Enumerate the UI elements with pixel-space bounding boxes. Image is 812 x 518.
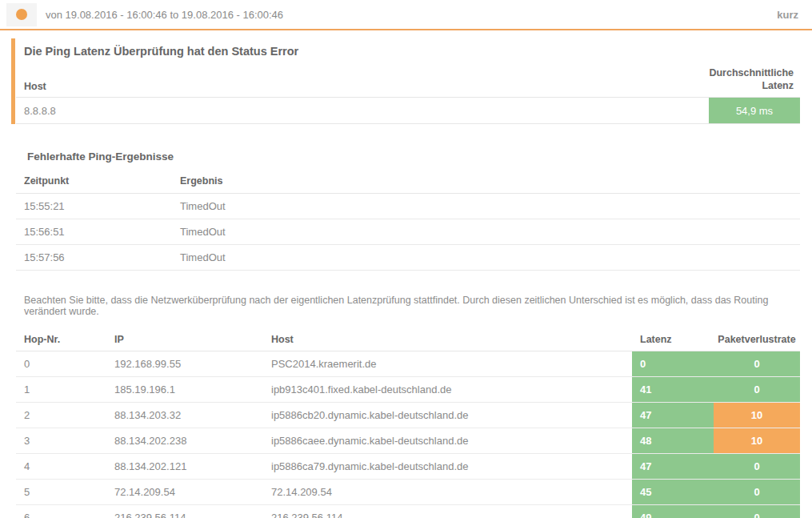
- traceroute-row: 6 216.239.56.114 216.239.56.114 49 0: [16, 505, 800, 518]
- packet-loss-cell: 0: [714, 505, 800, 518]
- ping-status-heading: Die Ping Latenz Überprüfung hat den Stat…: [16, 38, 800, 58]
- column-header-latency: Latenz: [632, 334, 714, 345]
- hop-host: ip5886ca79.dynamic.kabel-deutschland.de: [271, 454, 632, 479]
- traceroute-row: 5 72.14.209.54 72.14.209.54 45 0: [16, 480, 800, 505]
- hop-ip: 88.134.202.121: [114, 454, 271, 479]
- failed-ping-row: 15:57:56 TimedOut: [16, 245, 800, 271]
- ping-time: 15:57:56: [16, 251, 180, 263]
- latency-cell: 45: [632, 480, 714, 504]
- latency-cell: 41: [632, 377, 714, 402]
- avg-latency-badge: 54,9 ms: [709, 98, 800, 123]
- host-value: 8.8.8.8: [16, 98, 709, 123]
- column-header-host: Host: [16, 81, 696, 92]
- hop-host: 216.239.56.114: [271, 505, 632, 518]
- column-header-time: Zeitpunkt: [16, 175, 180, 187]
- hop-ip: 185.19.196.1: [114, 377, 271, 402]
- hop-number: 0: [16, 351, 114, 376]
- packet-loss-cell: 0: [714, 454, 800, 479]
- routing-note: Beachten Sie bitte, dass die Netzwerkübe…: [16, 295, 800, 317]
- hop-host: ipb913c401.fixed.kabel-deutschland.de: [271, 377, 632, 402]
- ping-result: TimedOut: [180, 226, 800, 238]
- hop-number: 1: [16, 377, 114, 402]
- hop-host: ip5886cb20.dynamic.kabel-deutschland.de: [271, 403, 632, 428]
- latency-cell: 47: [632, 403, 714, 428]
- failed-ping-row: 15:56:51 TimedOut: [16, 219, 800, 245]
- ping-time: 15:56:51: [16, 226, 180, 238]
- latency-cell: 0: [632, 351, 714, 376]
- hop-number: 5: [16, 480, 114, 504]
- range-shortcut-link[interactable]: kurz: [777, 9, 798, 21]
- packet-loss-cell: 0: [714, 480, 800, 504]
- ping-status-section: Die Ping Latenz Überprüfung hat den Stat…: [16, 38, 800, 124]
- failed-ping-row: 15:55:21 TimedOut: [16, 194, 800, 219]
- traceroute-row: 1 185.19.196.1 ipb913c401.fixed.kabel-de…: [16, 377, 800, 403]
- traceroute-row: 0 192.168.99.55 PSC2014.kraemerit.de 0 0: [16, 351, 800, 377]
- failed-pings-header-row: Zeitpunkt Ergebnis: [16, 163, 800, 194]
- ping-result: TimedOut: [180, 251, 800, 263]
- hop-ip: 88.134.202.238: [114, 428, 271, 453]
- latency-cell: 48: [632, 428, 714, 453]
- column-header-avg-latency: Durchschnittliche Latenz: [696, 67, 800, 92]
- traceroute-header-row: Hop-Nr. IP Host Latenz Paketverlustrate: [16, 327, 800, 351]
- column-header-hop: Hop-Nr.: [16, 334, 114, 345]
- hop-ip: 72.14.209.54: [114, 480, 271, 504]
- hop-ip: 192.168.99.55: [114, 351, 271, 376]
- failed-pings-section: Fehlerhafte Ping-Ergebnisse Zeitpunkt Er…: [16, 151, 800, 271]
- hop-number: 3: [16, 428, 114, 453]
- hop-host: 72.14.209.54: [271, 480, 632, 504]
- packet-loss-cell: 0: [714, 377, 800, 402]
- error-accent-bar: [11, 38, 15, 124]
- hop-number: 4: [16, 454, 114, 479]
- column-header-ip: IP: [114, 334, 271, 345]
- report-header-bar: von 19.08.2016 - 16:00:46 to 19.08.2016 …: [0, 0, 812, 30]
- traceroute-row: 2 88.134.203.32 ip5886cb20.dynamic.kabel…: [16, 403, 800, 428]
- report-content: Die Ping Latenz Überprüfung hat den Stat…: [16, 38, 800, 518]
- avg-latency-header-row: Host Durchschnittliche Latenz: [16, 58, 800, 98]
- latency-cell: 49: [632, 505, 714, 518]
- hop-host: ip5886caee.dynamic.kabel-deutschland.de: [271, 428, 632, 453]
- packet-loss-cell: 10: [714, 428, 800, 453]
- traceroute-row: 3 88.134.202.238 ip5886caee.dynamic.kabe…: [16, 428, 800, 454]
- status-dot-icon: [16, 9, 27, 20]
- column-header-host: Host: [271, 334, 632, 345]
- ping-result: TimedOut: [180, 200, 800, 212]
- hop-host: PSC2014.kraemerit.de: [271, 351, 632, 376]
- hop-ip: 88.134.203.32: [114, 403, 271, 428]
- column-header-result: Ergebnis: [180, 175, 800, 187]
- hop-number: 6: [16, 505, 114, 518]
- failed-pings-heading: Fehlerhafte Ping-Ergebnisse: [16, 151, 800, 163]
- sensor-status-box: [6, 3, 37, 26]
- avg-latency-row: 8.8.8.8 54,9 ms: [16, 98, 800, 124]
- hop-number: 2: [16, 403, 114, 428]
- date-range-label: von 19.08.2016 - 16:00:46 to 19.08.2016 …: [46, 9, 283, 21]
- traceroute-table: Hop-Nr. IP Host Latenz Paketverlustrate …: [16, 327, 800, 518]
- ping-time: 15:55:21: [16, 200, 180, 212]
- traceroute-row: 4 88.134.202.121 ip5886ca79.dynamic.kabe…: [16, 454, 800, 480]
- latency-cell: 47: [632, 454, 714, 479]
- hop-ip: 216.239.56.114: [114, 505, 271, 518]
- packet-loss-cell: 10: [714, 403, 800, 428]
- packet-loss-cell: 0: [714, 351, 800, 376]
- column-header-packet-loss: Paketverlustrate: [714, 334, 800, 345]
